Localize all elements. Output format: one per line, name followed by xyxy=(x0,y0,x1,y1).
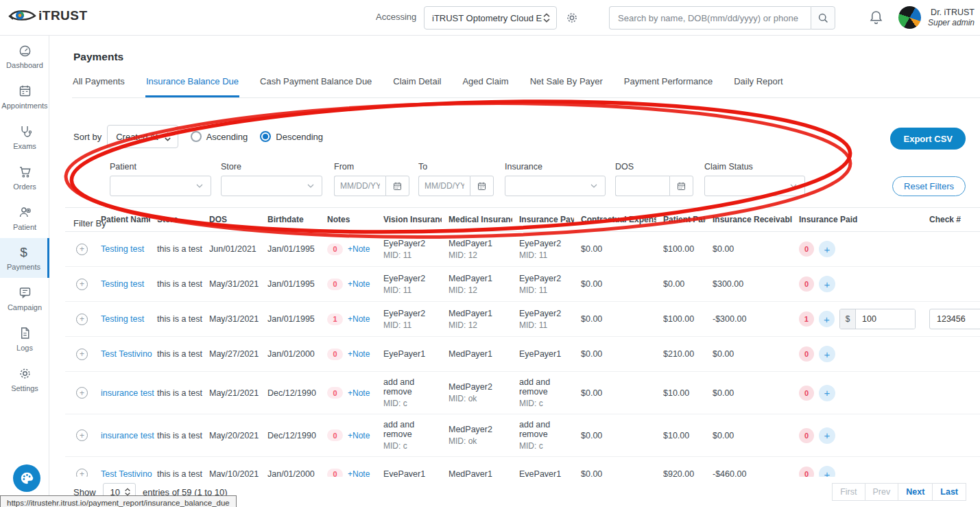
add-note-link[interactable]: +Note xyxy=(348,469,370,477)
patient-paid-cell: $100.00 xyxy=(656,232,706,267)
check-number-input[interactable] xyxy=(929,309,980,329)
export-csv-button[interactable]: Export CSV xyxy=(890,128,966,150)
patient-name-link[interactable]: Test Testivino xyxy=(101,349,152,359)
patient-name-link[interactable]: Testing test xyxy=(101,279,144,289)
patient-name-link[interactable]: Test Testivino xyxy=(101,469,152,477)
medical-insurance-cell: MedPayer1MID: 12 xyxy=(442,267,512,302)
filter-label: Insurance xyxy=(505,162,606,172)
sidebar-item-orders[interactable]: Orders xyxy=(0,157,49,198)
expand-row-button[interactable]: + xyxy=(76,469,88,477)
sidebar-item-exams[interactable]: Exams xyxy=(0,117,49,157)
header-settings-gear[interactable] xyxy=(565,11,579,25)
notes-count-badge: 1 xyxy=(327,314,343,325)
search-button[interactable] xyxy=(811,6,835,30)
chevron-down-icon xyxy=(788,180,799,191)
expand-row-button[interactable]: + xyxy=(76,429,88,441)
store-cell: this is a test xyxy=(150,267,202,302)
sidebar-item-campaign[interactable]: Campaign xyxy=(0,278,49,318)
organization-select[interactable]: iTRUST Optometry Cloud EHR xyxy=(424,6,557,30)
insurance-paid-count-badge: 0 xyxy=(799,241,814,257)
add-note-link[interactable]: +Note xyxy=(348,349,370,359)
filter-select-insurance[interactable] xyxy=(505,176,606,196)
notes-cell: 0+Note xyxy=(327,469,370,477)
add-insurance-paid-button[interactable]: + xyxy=(819,427,835,444)
tab-daily-report[interactable]: Daily Report xyxy=(733,72,784,97)
calendar-button[interactable] xyxy=(470,176,494,196)
chevron-down-icon xyxy=(305,180,316,191)
dos-cell: May/31/2021 xyxy=(202,302,261,337)
add-note-link[interactable]: +Note xyxy=(348,244,370,254)
filter-select-patient[interactable] xyxy=(110,176,211,196)
column-header: Insurance Payer xyxy=(512,208,574,232)
filter-select-claim-status[interactable] xyxy=(704,176,805,196)
add-note-link[interactable]: +Note xyxy=(348,431,370,440)
dos-cell: May/21/2021 xyxy=(202,372,261,414)
mid-line: MID: c xyxy=(519,441,567,451)
date-input[interactable] xyxy=(418,176,470,196)
tab-aged-claim[interactable]: Aged Claim xyxy=(462,72,509,97)
vision-insurance-name: add and remove xyxy=(383,420,435,439)
sidebar-item-patient[interactable]: Patient xyxy=(0,198,49,238)
orders-icon xyxy=(18,165,32,179)
calendar-button[interactable] xyxy=(669,176,693,196)
add-insurance-paid-button[interactable]: + xyxy=(819,346,835,362)
tab-all-payments[interactable]: All Payments xyxy=(72,72,126,97)
table-row: +Testing testthis is a testMay/31/2021Ja… xyxy=(65,302,980,337)
sidebar-item-logs[interactable]: Logs xyxy=(0,318,49,359)
vision-insurance-cell: EyePayer2MID: 11 xyxy=(377,302,442,337)
patient-name-link[interactable]: insurance test xyxy=(101,431,154,440)
theme-button[interactable] xyxy=(13,464,40,492)
page-title: Payments xyxy=(73,51,123,63)
tab-net-sale-by-payer[interactable]: Net Sale By Payer xyxy=(529,72,603,97)
notes-cell-wrap: 0+Note xyxy=(320,372,377,414)
insurance-paid-cell: 0+ xyxy=(792,337,922,372)
date-input[interactable] xyxy=(334,176,385,196)
add-note-link[interactable]: +Note xyxy=(348,314,370,324)
add-note-link[interactable]: +Note xyxy=(348,388,370,398)
reset-filters-button[interactable]: Reset Filters xyxy=(892,176,966,196)
app-logo[interactable]: iTRUST xyxy=(8,7,88,25)
descending-radio[interactable]: Descending xyxy=(260,131,323,142)
sort-select[interactable]: Created At xyxy=(107,125,178,148)
sidebar-item-payments[interactable]: $Payments xyxy=(0,238,49,278)
add-insurance-paid-button[interactable]: + xyxy=(819,276,835,292)
date-input[interactable] xyxy=(615,176,669,196)
tab-payment-performance[interactable]: Payment Performance xyxy=(623,72,713,97)
expand-cell: + xyxy=(65,457,94,477)
patient-name-link[interactable]: insurance test xyxy=(101,388,154,398)
expand-row-button[interactable]: + xyxy=(76,314,88,325)
unfold-icon xyxy=(164,132,171,141)
tab-insurance-balance-due[interactable]: Insurance Balance Due xyxy=(145,72,239,97)
add-note-link[interactable]: +Note xyxy=(348,279,370,289)
calendar-button[interactable] xyxy=(385,176,409,196)
user-menu[interactable]: Dr. iTRUST Super admin xyxy=(898,6,975,29)
tab-claim-detail[interactable]: Claim Detail xyxy=(392,72,442,97)
amount-input[interactable] xyxy=(856,309,915,329)
notifications-button[interactable] xyxy=(870,10,883,24)
insurance-receivable-cell: $0.00 xyxy=(706,372,792,414)
tab-cash-payment-balance-due[interactable]: Cash Payment Balance Due xyxy=(259,72,372,97)
expand-row-button[interactable]: + xyxy=(76,279,88,290)
search-input[interactable] xyxy=(609,6,811,30)
add-insurance-paid-button[interactable]: + xyxy=(819,241,835,257)
sort-by-label: Sort by xyxy=(73,132,101,142)
insurance-paid-controls: 1+$ xyxy=(799,309,916,329)
add-insurance-paid-button[interactable]: + xyxy=(819,385,835,401)
ascending-radio[interactable]: Ascending xyxy=(191,131,248,142)
mid-line: MID: 11 xyxy=(519,285,567,295)
filter-select-store[interactable] xyxy=(221,176,322,196)
patient-name-link[interactable]: Testing test xyxy=(101,244,144,254)
pagination-last-button[interactable]: Last xyxy=(932,483,966,501)
column-header: Medical Insurance xyxy=(442,208,512,232)
pagination-next-button[interactable]: Next xyxy=(898,483,933,501)
expand-row-button[interactable]: + xyxy=(76,349,88,360)
sidebar-item-settings[interactable]: Settings xyxy=(0,359,49,399)
sidebar-item-dashboard[interactable]: Dashboard xyxy=(0,36,49,76)
sidebar-item-appointments[interactable]: Appointments xyxy=(0,76,49,117)
expand-row-button[interactable]: + xyxy=(76,244,88,255)
add-insurance-paid-button[interactable]: + xyxy=(819,466,835,477)
expand-row-button[interactable]: + xyxy=(76,387,88,399)
insurance-paid-cell: 0+ xyxy=(792,457,922,477)
patient-name-link[interactable]: Testing test xyxy=(101,314,144,324)
add-insurance-paid-button[interactable]: + xyxy=(819,311,835,327)
